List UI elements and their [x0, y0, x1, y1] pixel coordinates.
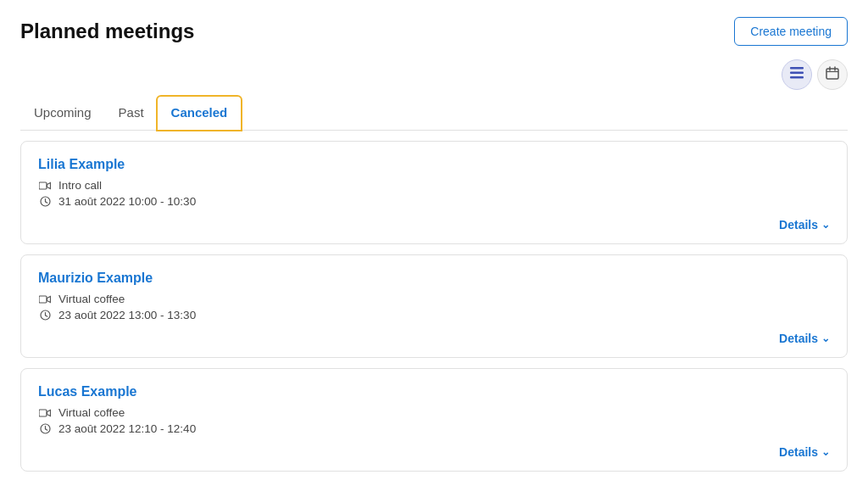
- meeting-datetime-row: 23 août 2022 13:00 - 13:30: [38, 309, 830, 321]
- video-icon: [38, 295, 52, 304]
- svg-line-18: [45, 429, 47, 430]
- meeting-type-lilia: Intro call: [58, 179, 102, 192]
- tabs: Upcoming Past Canceled: [20, 97, 848, 131]
- meeting-footer: Details ⌄: [38, 332, 830, 345]
- chevron-down-icon: ⌄: [821, 219, 830, 231]
- meeting-datetime-lucas: 23 août 2022 12:10 - 12:40: [58, 422, 196, 435]
- svg-rect-0: [790, 67, 804, 70]
- details-button-maurizio[interactable]: Details ⌄: [779, 332, 830, 345]
- meeting-datetime-row: 23 août 2022 12:10 - 12:40: [38, 422, 830, 435]
- calendar-icon: [826, 66, 839, 83]
- tab-upcoming[interactable]: Upcoming: [20, 97, 105, 130]
- meeting-name-maurizio[interactable]: Maurizio Example: [38, 271, 153, 285]
- chevron-down-icon: ⌄: [821, 446, 830, 458]
- meeting-footer: Details ⌄: [38, 218, 830, 232]
- view-controls: [20, 59, 848, 90]
- meeting-card: Lilia Example Intro call: [20, 141, 848, 244]
- meeting-type-row: Virtual coffee: [38, 293, 830, 305]
- meeting-name-lilia[interactable]: Lilia Example: [38, 157, 125, 171]
- clock-icon: [38, 310, 52, 321]
- calendar-view-button[interactable]: [817, 59, 848, 90]
- page-title: Planned meetings: [20, 20, 194, 43]
- clock-icon: [38, 423, 52, 434]
- meeting-meta: Virtual coffee 23 août 2022 13:00 - 13:3…: [38, 293, 830, 321]
- tab-canceled[interactable]: Canceled: [158, 97, 242, 130]
- meeting-type-row: Virtual coffee: [38, 406, 830, 419]
- meeting-datetime-lilia: 31 août 2022 10:00 - 10:30: [58, 195, 196, 208]
- svg-rect-1: [790, 72, 804, 75]
- meetings-list: Lilia Example Intro call: [20, 141, 848, 472]
- meeting-type-maurizio: Virtual coffee: [58, 293, 125, 305]
- details-button-lucas[interactable]: Details ⌄: [779, 445, 830, 459]
- svg-line-10: [45, 202, 47, 203]
- meeting-datetime-maurizio: 23 août 2022 13:00 - 13:30: [58, 309, 196, 321]
- video-icon: [38, 181, 52, 190]
- svg-line-14: [45, 316, 47, 316]
- svg-rect-15: [39, 410, 47, 416]
- meeting-type-row: Intro call: [38, 179, 830, 192]
- chevron-down-icon: ⌄: [821, 332, 830, 344]
- meeting-name-lucas[interactable]: Lucas Example: [38, 384, 137, 399]
- create-meeting-button[interactable]: Create meeting: [734, 17, 848, 46]
- meeting-type-lucas: Virtual coffee: [58, 406, 125, 419]
- list-icon: [790, 67, 804, 82]
- details-button-lilia[interactable]: Details ⌄: [779, 218, 830, 232]
- list-view-button[interactable]: [782, 59, 812, 90]
- meeting-meta: Virtual coffee 23 août 2022 12:10 - 12:4…: [38, 406, 830, 435]
- meeting-footer: Details ⌄: [38, 445, 830, 459]
- svg-rect-2: [790, 76, 804, 79]
- video-icon: [38, 409, 52, 417]
- clock-icon: [38, 196, 52, 207]
- meeting-datetime-row: 31 août 2022 10:00 - 10:30: [38, 195, 830, 208]
- meeting-card: Maurizio Example Virtual coffee: [20, 254, 848, 358]
- meeting-meta: Intro call 31 août 2022 10:00 - 10:30: [38, 179, 830, 208]
- svg-rect-7: [39, 182, 47, 189]
- svg-rect-3: [826, 69, 838, 79]
- tab-past[interactable]: Past: [105, 97, 158, 130]
- svg-rect-11: [39, 296, 47, 303]
- meeting-card: Lucas Example Virtual coffee: [20, 368, 848, 472]
